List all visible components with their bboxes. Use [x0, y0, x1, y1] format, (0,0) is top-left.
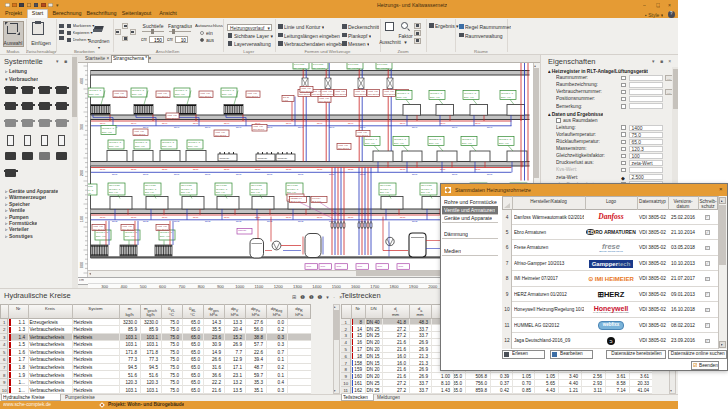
- svg-text:Einz. 4.00: Einz. 4.00: [287, 191, 297, 193]
- svg-text:Rg 0.25 kPa: Rg 0.25 kPa: [247, 94, 259, 96]
- svg-text:Herst. 4.30: Herst. 4.30: [319, 97, 330, 99]
- svg-text:Rg 0.25 kPa: Rg 0.25 kPa: [322, 93, 334, 95]
- svg-text:DN 16: DN 16: [162, 121, 167, 123]
- svg-text:Rg 0.25 kPa: Rg 0.25 kPa: [157, 94, 169, 96]
- svg-text:Einz. 4.00: Einz. 4.00: [125, 235, 136, 237]
- svg-text:120.6 W/qm: 120.6 W/qm: [216, 184, 227, 186]
- svg-text:DN 16: DN 16: [348, 121, 353, 123]
- svg-text:DN 25: DN 25: [236, 220, 241, 222]
- svg-text:DN 25: DN 25: [143, 220, 148, 222]
- svg-text:Ne 4.00 kPa: Ne 4.00 kPa: [313, 67, 326, 69]
- svg-text:Einz. 4.00: Einz. 4.00: [421, 191, 431, 193]
- svg-text:DN 20: DN 20: [400, 215, 405, 217]
- svg-text:75.0/65.0 °C: 75.0/65.0 °C: [464, 91, 477, 93]
- svg-text:Herst. 4.30: Herst. 4.30: [253, 125, 264, 127]
- svg-text:75.0/65.0 °C: 75.0/65.0 °C: [109, 141, 122, 143]
- svg-text:DN 20: DN 20: [487, 172, 492, 174]
- svg-text:75.0/65.0 °C: 75.0/65.0 °C: [102, 126, 115, 128]
- svg-text:Sanigeräte: Sanigeräte: [278, 156, 289, 158]
- svg-text:Herst. 4.30: Herst. 4.30: [247, 91, 258, 93]
- svg-text:Einz. 4.00: Einz. 4.00: [175, 93, 186, 95]
- svg-text:DN 16: DN 16: [298, 126, 303, 128]
- svg-text:Einz. 4.00: Einz. 4.00: [162, 145, 173, 147]
- svg-text:Rg 0.25 kPa: Rg 0.25 kPa: [338, 147, 350, 149]
- svg-text:75.0/65.0 °C: 75.0/65.0 °C: [125, 231, 138, 233]
- svg-text:VERT: VERT: [320, 264, 326, 266]
- svg-text:75.0/65.0 °C: 75.0/65.0 °C: [96, 231, 109, 233]
- svg-text:DN 20: DN 20: [205, 172, 210, 174]
- svg-text:Rg 0.25 kPa: Rg 0.25 kPa: [93, 228, 105, 230]
- svg-text:75.0/65.0 °C: 75.0/65.0 °C: [222, 89, 235, 91]
- svg-text:Einz. 4.00: Einz. 4.00: [145, 191, 155, 193]
- svg-text:75.0/65.0 °C: 75.0/65.0 °C: [132, 89, 145, 91]
- svg-text:Ne 4.00 kPa: Ne 4.00 kPa: [348, 67, 361, 69]
- svg-text:Einz. 4.00: Einz. 4.00: [251, 191, 261, 193]
- svg-text:75.0/65.0 °C: 75.0/65.0 °C: [145, 187, 157, 189]
- svg-text:120.6 W/qm: 120.6 W/qm: [251, 184, 262, 186]
- svg-text:Einz. 4.00: Einz. 4.00: [132, 93, 143, 95]
- svg-text:DN 20: DN 20: [236, 172, 241, 174]
- svg-text:Sanigeräte: Sanigeräte: [220, 156, 231, 158]
- svg-text:DN 20: DN 20: [255, 168, 260, 170]
- svg-text:0.8 m: 0.8 m: [283, 99, 288, 101]
- svg-text:Herst. 4.30: Herst. 4.30: [167, 113, 178, 115]
- svg-text:Rg 0.25 kPa: Rg 0.25 kPa: [200, 94, 212, 96]
- svg-text:200: 200: [79, 168, 84, 175]
- svg-text:DN 20: DN 20: [286, 215, 291, 217]
- svg-text:75.0/65.0 °C: 75.0/65.0 °C: [109, 187, 121, 189]
- svg-text:DN 16: DN 16: [452, 126, 457, 128]
- svg-text:Rg 0.25 kPa: Rg 0.25 kPa: [357, 134, 369, 136]
- svg-text:Rg 0.25 kPa: Rg 0.25 kPa: [355, 93, 367, 95]
- svg-text:75.0/65.0 °C: 75.0/65.0 °C: [365, 137, 378, 139]
- svg-text:Einz. 4.00: Einz. 4.00: [89, 93, 100, 95]
- svg-text:120.6 W/qm: 120.6 W/qm: [181, 184, 192, 186]
- svg-text:DN 20: DN 20: [400, 168, 405, 170]
- svg-text:DN 20: DN 20: [100, 215, 105, 217]
- svg-text:Herst. 4.30: Herst. 4.30: [338, 144, 349, 146]
- svg-text:DN 16: DN 16: [400, 121, 405, 123]
- svg-text:Einz. 4.00: Einz. 4.00: [109, 191, 119, 193]
- svg-text:DN 20: DN 20: [131, 215, 136, 217]
- svg-text:75.0/65.0 °C: 75.0/65.0 °C: [429, 137, 442, 139]
- svg-text:DN 20: DN 20: [348, 215, 353, 217]
- svg-text:120.6 W/qm: 120.6 W/qm: [109, 184, 120, 186]
- svg-text:VERT: VERT: [357, 264, 363, 266]
- svg-text:DN 20: DN 20: [298, 172, 303, 174]
- svg-text:DN 16: DN 16: [412, 126, 417, 128]
- svg-text:Ne 4.00 kPa: Ne 4.00 kPa: [377, 67, 390, 69]
- svg-text:DN 20: DN 20: [475, 168, 480, 170]
- svg-text:DN 16: DN 16: [255, 121, 260, 123]
- svg-text:120.6 W/qm: 120.6 W/qm: [380, 184, 391, 186]
- svg-text:VERT: VERT: [336, 264, 342, 266]
- svg-text:Rg 0.25 kPa: Rg 0.25 kPa: [215, 133, 227, 135]
- svg-text:75.0/65.0 °C: 75.0/65.0 °C: [394, 137, 407, 139]
- svg-text:DN 16: DN 16: [143, 126, 148, 128]
- svg-text:75.0/65.0 °C: 75.0/65.0 °C: [430, 91, 443, 93]
- svg-text:DN 20: DN 20: [348, 168, 353, 170]
- svg-text:Einz. 4.00: Einz. 4.00: [188, 145, 199, 147]
- svg-text:DN 16: DN 16: [360, 126, 365, 128]
- svg-text:Rg 0.25 kPa: Rg 0.25 kPa: [134, 132, 146, 134]
- svg-text:DN 25: DN 25: [174, 220, 179, 222]
- svg-text:DN 16: DN 16: [317, 121, 322, 123]
- svg-text:Einz. 4.00: Einz. 4.00: [394, 141, 405, 143]
- svg-text:Einz. 4.00: Einz. 4.00: [499, 141, 510, 143]
- svg-text:DN 20: DN 20: [193, 215, 198, 217]
- svg-text:DN 16: DN 16: [475, 121, 480, 123]
- svg-text:Einz. 4.00: Einz. 4.00: [397, 95, 408, 97]
- svg-text:Ne 4.00 kPa: Ne 4.00 kPa: [294, 67, 307, 69]
- svg-text:Rg 0.25 kPa: Rg 0.25 kPa: [384, 93, 396, 95]
- svg-text:75.0/65.0 °C: 75.0/65.0 °C: [89, 89, 102, 91]
- svg-text:DN 16: DN 16: [286, 121, 291, 123]
- svg-text:Rg 0.25 kPa: Rg 0.25 kPa: [319, 100, 331, 102]
- svg-text:75.0/65.0 °C: 75.0/65.0 °C: [380, 187, 392, 189]
- svg-text:DN 16: DN 16: [329, 126, 334, 128]
- svg-text:Herst. 4.30: Herst. 4.30: [93, 225, 104, 227]
- svg-text:DN 20: DN 20: [224, 168, 229, 170]
- svg-text:Einz. 4.00: Einz. 4.00: [222, 93, 233, 95]
- svg-text:540.7 kg/h: 540.7 kg/h: [348, 63, 359, 65]
- svg-text:400: 400: [79, 76, 84, 83]
- svg-text:Rg 0.25 kPa: Rg 0.25 kPa: [368, 93, 380, 95]
- svg-text:DN 25: DN 25: [112, 220, 117, 222]
- svg-text:120.6 W/qm: 120.6 W/qm: [145, 184, 156, 186]
